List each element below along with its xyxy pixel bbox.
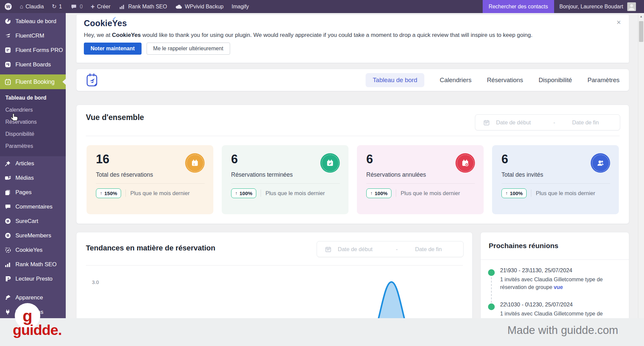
wpvivid-label: WPvivid Backup <box>185 4 224 10</box>
fluent-booking-icon <box>4 78 11 85</box>
start-date-placeholder: Date de début <box>338 246 392 252</box>
page-scrollbar[interactable]: ▲ <box>638 13 644 318</box>
sidebar-item-fluentcrm[interactable]: FluentCRM <box>0 28 66 43</box>
wpvivid-menu[interactable]: WPvivid Backup <box>175 3 224 10</box>
calendar-icon <box>185 153 205 173</box>
cookieyes-icon <box>4 246 11 254</box>
meeting-time: 21\930 - 23\1130, 25/07/2024 <box>500 267 621 274</box>
sidebar-item-presto-player[interactable]: Lecteur Presto <box>0 272 66 286</box>
home-icon: ⌂ <box>20 3 23 10</box>
remind-later-button[interactable]: Me le rappeler ultérieurement <box>147 43 230 55</box>
overview-date-range[interactable]: Date de début - Date de fin <box>475 114 620 130</box>
pushpin-icon <box>4 160 11 167</box>
fluent-forms-icon <box>4 47 11 54</box>
seo-chart-icon <box>4 261 11 268</box>
tab-settings[interactable]: Paramètres <box>587 76 620 84</box>
sidebar-item-label: Tableau de bord <box>15 18 56 25</box>
calendar-cancel-icon <box>455 153 475 173</box>
sidebar-item-label: Articles <box>15 160 34 167</box>
submenu-item-settings[interactable]: Paramètres <box>0 140 66 152</box>
sidebar-item-cookieyes[interactable]: CookieYes <box>0 243 66 257</box>
divider <box>261 189 261 197</box>
submenu-item-calendars[interactable]: Calendriers <box>0 104 66 116</box>
sidebar-item-label: CookieYes <box>15 247 43 253</box>
rate-now-button[interactable]: Noter maintenant <box>84 43 142 55</box>
sidebar-item-rank-math[interactable]: Rank Math SEO <box>0 257 66 272</box>
calendar-check-icon <box>320 153 340 173</box>
date-separator: - <box>550 119 559 126</box>
paintbrush-icon <box>4 294 11 301</box>
sidebar-item-surecart[interactable]: SureCart <box>0 214 66 228</box>
new-content-menu[interactable]: + Créer <box>91 3 111 10</box>
submenu-item-bookings[interactable]: Réservations <box>0 116 66 128</box>
sidebar-item-dashboard[interactable]: Tableau de bord <box>0 14 66 28</box>
comments-menu[interactable]: 0 <box>70 3 83 10</box>
sidebar-item-fluent-forms[interactable]: Fluent Forms PRO <box>0 43 66 57</box>
screen: W ⌂ Claudia ↻ 1 0 + Créer <box>0 0 644 346</box>
media-icon <box>4 174 11 182</box>
divider <box>396 189 396 197</box>
meeting-description: 1 invités avec Claudia Gilletcomme type … <box>500 310 615 318</box>
active-menu-arrow <box>62 79 66 85</box>
cloud-icon <box>175 3 182 10</box>
suremembers-icon <box>4 232 11 239</box>
imagify-menu[interactable]: Imagify <box>232 4 249 10</box>
stat-note: Plus que le mois dernier <box>536 190 595 196</box>
stat-note: Plus que le mois dernier <box>400 190 460 196</box>
sidebar-item-media[interactable]: Médias <box>0 171 66 185</box>
submenu-item-availability[interactable]: Disponibilité <box>0 128 66 140</box>
trends-date-range[interactable]: Date de début - Date de fin <box>317 241 464 257</box>
surecart-icon <box>4 218 11 225</box>
update-icon: ↻ <box>52 3 57 10</box>
sidebar-item-appearance[interactable]: Apparence <box>0 290 66 305</box>
made-with-text: Made with guidde.com <box>507 324 618 337</box>
calendar-icon <box>483 119 490 126</box>
sidebar-item-posts[interactable]: Articles <box>0 156 66 171</box>
search-contacts-button[interactable]: Rechercher des contacts <box>483 0 554 13</box>
change-badge: ↑100% <box>501 188 527 198</box>
wp-logo-menu[interactable]: W <box>5 3 12 10</box>
view-link[interactable]: vue <box>554 284 563 290</box>
tab-dashboard[interactable]: Tableau de bord <box>366 73 424 87</box>
scroll-up-arrow-icon[interactable]: ▲ <box>638 15 644 18</box>
guidde-wordmark: guidde. <box>13 322 62 338</box>
site-name: Claudia <box>25 4 44 10</box>
sidebar-item-fluent-boards[interactable]: Fluent Boards <box>0 57 66 72</box>
meeting-time: 22\1030 - 0\1230, 25/07/2024 <box>500 301 621 308</box>
bar-chart-icon <box>118 3 126 10</box>
pages-icon <box>4 189 11 196</box>
fluent-booking-submenu: Tableau de bord Calendriers Réservations… <box>0 89 66 156</box>
account-menu[interactable]: Bonjour, Laurence Boudart <box>554 4 627 10</box>
divider <box>531 189 531 197</box>
up-arrow-icon: ↑ <box>370 190 373 196</box>
submenu-item-dashboard[interactable]: Tableau de bord <box>0 92 66 104</box>
tab-calendars[interactable]: Calendriers <box>440 76 472 84</box>
updates-count: 1 <box>59 4 62 10</box>
sidebar-item-label: Rank Math SEO <box>15 261 57 268</box>
divider <box>481 260 629 260</box>
tab-availability[interactable]: Disponibilité <box>539 76 572 84</box>
logo-cookie-text: Cookie <box>84 18 112 28</box>
sidebar-item-pages[interactable]: Pages <box>0 185 66 199</box>
tab-bookings[interactable]: Réservations <box>487 76 523 84</box>
up-arrow-icon: ↑ <box>505 190 508 196</box>
sidebar-item-fluent-booking[interactable]: Fluent Booking <box>0 74 66 89</box>
avatar[interactable] <box>627 2 636 11</box>
calendar-icon <box>324 245 332 253</box>
presto-player-icon <box>4 275 11 283</box>
sidebar-item-comments[interactable]: Commentaires <box>0 199 66 214</box>
updates-menu[interactable]: ↻ 1 <box>52 3 62 10</box>
comment-icon <box>70 3 77 10</box>
rank-math-menu[interactable]: Rank Math SEO <box>118 3 167 10</box>
overview-section: Vue d'ensemble Date de début - Date de f… <box>76 105 629 224</box>
message-prefix: Hey, we at <box>84 32 112 38</box>
sidebar-item-label: Pages <box>15 189 32 196</box>
sidebar-item-suremembers[interactable]: SureMembers <box>0 228 66 243</box>
change-badge: ↑150% <box>96 188 121 198</box>
divider <box>86 265 463 266</box>
close-icon[interactable]: × <box>616 19 621 26</box>
site-name-menu[interactable]: ⌂ Claudia <box>20 3 44 10</box>
scrollbar-thumb[interactable] <box>639 21 643 42</box>
timeline-dot <box>488 269 495 276</box>
plus-icon: + <box>91 3 95 10</box>
